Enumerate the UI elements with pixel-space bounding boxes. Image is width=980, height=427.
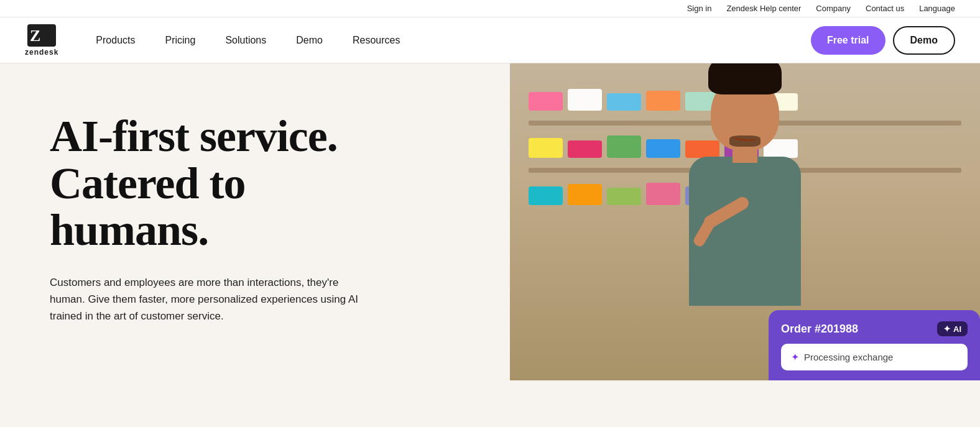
hero-section: AI-first service. Catered to humans. Cus… <box>0 63 980 380</box>
zendesk-logo-icon: Z <box>27 24 56 47</box>
ai-sparkle-icon: ✦ <box>943 324 951 334</box>
main-navbar: Z zendesk Products Pricing Solutions Dem… <box>0 17 980 63</box>
hero-subtext: Customers and employees are more than in… <box>50 274 361 325</box>
nav-actions: Free trial Demo <box>811 26 955 55</box>
nav-solutions[interactable]: Solutions <box>225 35 266 46</box>
order-card: Order #201988 ✦ AI ✦ Processing exchange <box>769 310 980 380</box>
contact-us-link[interactable]: Contact us <box>866 4 904 13</box>
hero-right: Order #201988 ✦ AI ✦ Processing exchange <box>510 63 980 380</box>
utility-bar: Sign in Zendesk Help center Company Cont… <box>0 0 980 17</box>
order-card-header: Order #201988 ✦ AI <box>781 321 968 336</box>
nav-links: Products Pricing Solutions Demo Resource… <box>96 35 811 46</box>
language-link[interactable]: Language <box>919 4 955 13</box>
logo-text: zendesk <box>25 48 58 57</box>
ai-label-text: AI <box>953 324 961 334</box>
hero-heading-line1: AI-first service. <box>50 111 338 161</box>
ai-badge: ✦ AI <box>937 321 968 336</box>
processing-sparkle-icon: ✦ <box>791 351 799 363</box>
nav-demo[interactable]: Demo <box>296 35 323 46</box>
nav-products[interactable]: Products <box>96 35 135 46</box>
processing-text: Processing exchange <box>804 352 893 362</box>
logo[interactable]: Z zendesk <box>25 24 58 57</box>
hero-heading-line3: humans. <box>50 205 208 255</box>
svg-text:Z: Z <box>30 27 40 45</box>
free-trial-button[interactable]: Free trial <box>811 26 885 55</box>
hero-heading: AI-first service. Catered to humans. <box>50 113 485 254</box>
order-card-body: ✦ Processing exchange <box>781 344 968 370</box>
order-number: Order #201988 <box>781 323 858 336</box>
nav-pricing[interactable]: Pricing <box>165 35 196 46</box>
sign-in-link[interactable]: Sign in <box>687 4 712 13</box>
company-link[interactable]: Company <box>816 4 851 13</box>
help-center-link[interactable]: Zendesk Help center <box>726 4 801 13</box>
hero-left: AI-first service. Catered to humans. Cus… <box>0 63 510 362</box>
nav-resources[interactable]: Resources <box>353 35 400 46</box>
hero-heading-line2: Catered to <box>50 158 246 208</box>
demo-button[interactable]: Demo <box>893 26 955 55</box>
